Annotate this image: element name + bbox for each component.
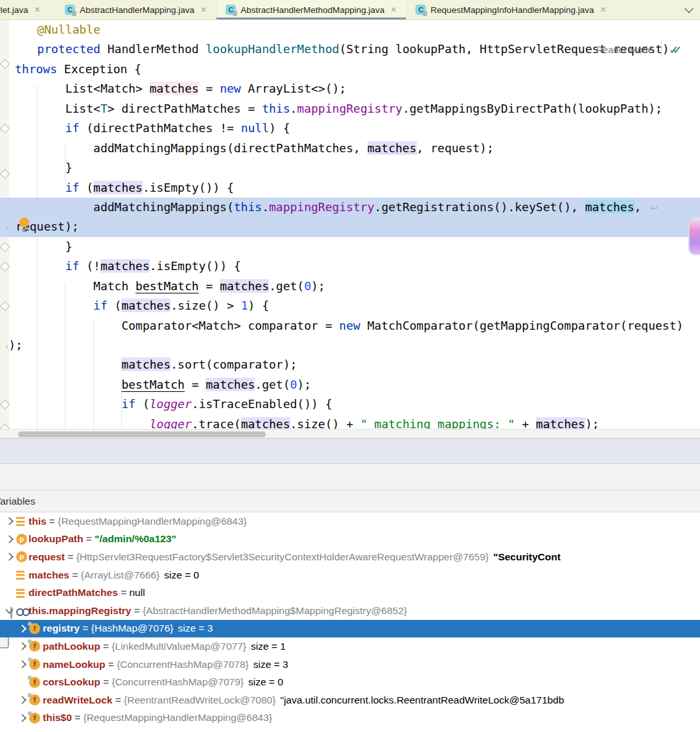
- java-class-icon: C: [226, 5, 236, 15]
- code-token: matches: [100, 259, 150, 273]
- equals-sign: =: [100, 676, 112, 687]
- code-line[interactable]: List<Match> matches = new ArrayList<>();: [0, 79, 700, 98]
- code-token: .get(: [255, 378, 290, 391]
- ide-window: vlet.java✕CAbstractHandlerMapping.java✕C…: [0, 0, 700, 732]
- variables-tree[interactable]: this = {RequestMappingHandlerMapping@684…: [0, 512, 700, 732]
- editor-tab-bar: vlet.java✕CAbstractHandlerMapping.java✕C…: [0, 0, 700, 20]
- code-line[interactable]: Comparator<Match> comparator = new Match…: [0, 316, 700, 336]
- close-icon[interactable]: ✕: [600, 5, 607, 14]
- close-icon[interactable]: ✕: [390, 5, 397, 14]
- code-token: addMatchingMappings(: [9, 200, 234, 214]
- code-editor[interactable]: @Nullable protected HandlerMethod lookup…: [0, 20, 700, 438]
- code-token: .get(: [269, 279, 304, 293]
- equals-sign: =: [65, 551, 76, 562]
- code-line[interactable]: if (logger.isTraceEnabled()) {: [0, 395, 700, 414]
- chevron-right-icon[interactable]: [5, 517, 14, 525]
- code-line[interactable]: if (matches.isEmpty()) {: [0, 178, 700, 198]
- variable-row[interactable]: fpathLookup = {LinkedMultiValueMap@7077}…: [0, 637, 700, 656]
- code-line[interactable]: List<T> directPathMatches = this.mapping…: [0, 99, 700, 119]
- code-line[interactable]: ‹);: [0, 336, 700, 355]
- chevron-right-icon[interactable]: [18, 660, 27, 669]
- chevron-right-icon[interactable]: [18, 643, 27, 651]
- variable-value: {ConcurrentHashMap@7079}: [111, 676, 244, 687]
- field-icon: f: [29, 641, 40, 652]
- variable-text: matches = {ArrayList@7666}size = 0: [29, 569, 199, 581]
- editor-tab[interactable]: CAbstractHandlerMapping.java✕: [56, 0, 216, 19]
- variable-row[interactable]: directPathMatches = null: [0, 584, 700, 602]
- variable-text: this.mappingRegistry = {AbstractHandlerM…: [29, 605, 407, 617]
- variable-row[interactable]: fcorsLookup = {ConcurrentHashMap@7079}si…: [0, 673, 700, 691]
- variable-row[interactable]: this = {RequestMappingHandlerMapping@684…: [0, 512, 700, 531]
- variable-row[interactable]: this.mappingRegistry = {AbstractHandlerM…: [0, 602, 700, 620]
- variable-text: corsLookup = {ConcurrentHashMap@7079}siz…: [43, 676, 283, 688]
- field-icon: f: [29, 623, 40, 634]
- tab-overflow-button[interactable]: [678, 0, 700, 19]
- reader-mode-widget[interactable]: Reader Mode ✓✓: [596, 42, 682, 58]
- tab-label: vlet.java: [0, 5, 29, 15]
- chevron-right-icon[interactable]: [5, 535, 14, 543]
- variable-row[interactable]: plookupPath = "/admin/%0a123": [0, 531, 700, 549]
- chevron-down-icon: [684, 4, 694, 13]
- chevron-right-icon[interactable]: [18, 714, 27, 722]
- tab-label: AbstractHandlerMapping.java: [80, 5, 194, 15]
- chevron-down-icon[interactable]: [5, 606, 14, 614]
- code-line[interactable]: matches.sort(comparator);: [0, 355, 700, 374]
- debug-toolbar-band: [0, 438, 700, 464]
- code-token: HandlerMethod: [100, 42, 206, 56]
- code-token: [9, 42, 37, 56]
- code-token: 0: [304, 279, 311, 293]
- inspections-ok-icon[interactable]: ✓✓: [670, 43, 682, 57]
- variable-row[interactable]: fthis$0 = {RequestMappingHandlerMapping@…: [0, 709, 700, 727]
- chevron-right-icon[interactable]: [18, 624, 27, 633]
- variable-value: {ConcurrentHashMap@7078}: [117, 659, 249, 670]
- code-line[interactable]: if (directPathMatches != null) {: [0, 119, 700, 138]
- field-icon: f: [29, 659, 40, 670]
- code-line[interactable]: if (matches.size() > 1) {: [0, 296, 700, 315]
- editor-tab[interactable]: CRequestMappingInfoHandlerMapping.java✕: [406, 0, 616, 19]
- ai-assistant-pill-icon[interactable]: [688, 216, 700, 255]
- code-token: .isEmpty()) {: [150, 259, 241, 273]
- code-token: protected: [37, 42, 100, 56]
- code-line[interactable]: }: [0, 237, 700, 257]
- variable-row[interactable]: fnameLookup = {ConcurrentHashMap@7078}si…: [0, 656, 700, 674]
- execution-line[interactable]: addMatchingMappings(this.mappingRegistry…: [0, 198, 700, 217]
- code-line[interactable]: bestMatch = matches.get(0);: [0, 375, 700, 395]
- variable-row[interactable]: matches = {ArrayList@7666}size = 0: [0, 566, 700, 584]
- code-token: (: [108, 299, 122, 312]
- code-line[interactable]: Match bestMatch = matches.get(0);: [0, 277, 700, 296]
- code-line[interactable]: }: [0, 158, 700, 177]
- scrollbar-thumb[interactable]: [18, 431, 266, 437]
- code-line[interactable]: protected HandlerMethod lookupHandlerMet…: [0, 40, 700, 59]
- code-token: this: [262, 102, 290, 115]
- variable-row[interactable]: prequest = {HttpServlet3RequestFactory$S…: [0, 548, 700, 566]
- variable-value: {HashMap@7076}: [91, 623, 174, 634]
- code-token: .isTraceEnabled()) {: [192, 397, 332, 411]
- horizontal-scrollbar[interactable]: [0, 429, 700, 438]
- reader-mode-label[interactable]: Reader Mode: [596, 45, 653, 55]
- code-token: [9, 121, 65, 135]
- editor-tab[interactable]: CAbstractHandlerMethodMapping.java✕: [216, 0, 406, 19]
- code-token: if: [65, 259, 80, 273]
- code-line[interactable]: @Nullable: [0, 20, 700, 40]
- variable-row[interactable]: freadWriteLock = {ReentrantReadWriteLock…: [0, 691, 700, 709]
- code-token: =: [199, 279, 220, 293]
- intention-bulb-icon[interactable]: [19, 218, 30, 232]
- code-line[interactable]: addMatchingMappings(directPathMatches, m…: [0, 139, 700, 158]
- editor-tab[interactable]: vlet.java✕: [0, 0, 56, 19]
- close-icon[interactable]: ✕: [34, 5, 41, 14]
- close-icon[interactable]: ✕: [200, 5, 207, 14]
- variable-text: directPathMatches = null: [29, 587, 145, 599]
- code-token: [9, 181, 65, 194]
- code-line[interactable]: if (!matches.isEmpty()) {: [0, 257, 700, 276]
- code-area[interactable]: @Nullable protected HandlerMethod lookup…: [0, 20, 700, 434]
- code-token: lookupHandlerMethod: [205, 42, 339, 56]
- code-token: > directPathMatches =: [108, 102, 262, 115]
- code-line[interactable]: throws Exception {: [0, 60, 700, 79]
- code-token: ↩: [648, 203, 658, 213]
- variable-row[interactable]: fregistry = {HashMap@7076}size = 3: [0, 620, 700, 638]
- chevron-right-icon[interactable]: [18, 696, 27, 704]
- chevron-right-icon[interactable]: [5, 553, 14, 562]
- equals-sign: =: [47, 516, 58, 527]
- variable-name: lookupPath: [29, 533, 83, 544]
- execution-line[interactable]: ‹ request);: [0, 217, 700, 236]
